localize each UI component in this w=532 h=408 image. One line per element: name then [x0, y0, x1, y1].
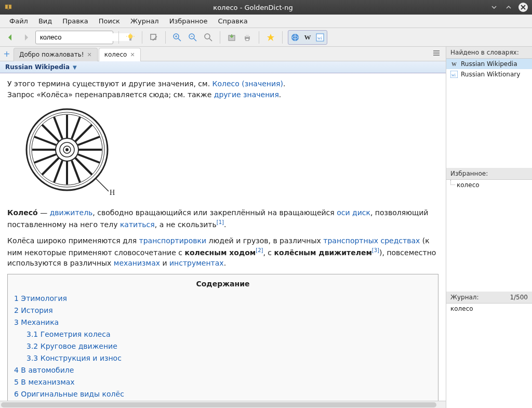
toc-item[interactable]: 2 История — [14, 305, 432, 317]
svg-rect-7 — [129, 38, 131, 41]
text: — — [38, 208, 50, 217]
link[interactable]: оси — [337, 208, 350, 217]
svg-point-35 — [65, 148, 69, 151]
text: , свободно вращающийся или закреплённый … — [92, 208, 337, 217]
svg-line-50 — [34, 154, 56, 163]
tab-menu-button[interactable] — [432, 49, 443, 59]
zoom-reset-button[interactable] — [202, 31, 215, 44]
search-input[interactable] — [38, 33, 129, 41]
print-button[interactable] — [241, 31, 254, 44]
svg-point-16 — [205, 34, 210, 39]
text: , с — [263, 248, 274, 256]
menu-file[interactable]: Файл — [4, 15, 33, 27]
svg-rect-26 — [433, 50, 440, 51]
toc-item[interactable]: 3.2 Круговое движение — [14, 340, 432, 352]
text: Колёса широко применяются для — [7, 236, 139, 245]
article-source-header[interactable]: Russian Wikipedia ▼ — [0, 61, 446, 73]
found-in-title: Найдено в словарях: — [446, 47, 532, 59]
menu-help[interactable]: Справка — [213, 15, 253, 27]
link[interactable]: катиться — [120, 220, 155, 229]
link[interactable]: движитель — [50, 208, 93, 217]
dict-group-selector: W wi — [288, 30, 327, 45]
history-item[interactable]: колесо — [446, 304, 532, 314]
svg-line-51 — [78, 137, 100, 145]
dict-item[interactable]: WRussian Wikipedia — [446, 59, 532, 69]
svg-line-40 — [42, 125, 59, 141]
text: колесным ходом — [184, 248, 256, 256]
svg-rect-21 — [246, 38, 249, 41]
headword: Колесо́ — [7, 208, 38, 217]
toc-title: Содержание — [14, 279, 432, 289]
history-title: Журнал: — [450, 294, 479, 301]
text: и — [160, 259, 169, 267]
favorite-item[interactable]: колесо — [446, 180, 532, 190]
svg-line-46 — [72, 117, 80, 139]
ref-link[interactable]: [1] — [217, 219, 224, 225]
link[interactable]: механизмах — [114, 259, 160, 267]
toc-item[interactable]: 3.1 Геометрия колеса — [14, 328, 432, 340]
new-tab-button[interactable]: + — [2, 49, 11, 59]
add-favorite-button[interactable] — [264, 31, 277, 44]
forward-button[interactable] — [20, 31, 32, 44]
dict-icon: wi — [450, 71, 458, 78]
tab-label: Добро пожаловать! — [19, 51, 84, 58]
toc-item[interactable]: 6 Оригинальные виды колёс — [14, 388, 432, 400]
close-icon[interactable]: ✕ — [130, 51, 135, 58]
link[interactable]: диск — [352, 208, 370, 217]
maximize-button[interactable] — [504, 3, 513, 12]
back-button[interactable] — [4, 31, 17, 44]
link[interactable]: другие значения — [214, 90, 279, 99]
menu-history[interactable]: Журнал — [125, 15, 164, 27]
toc-item[interactable]: 3.3 Конструкция и износ — [14, 352, 432, 364]
tab-label: колесо — [104, 51, 127, 58]
separator — [118, 31, 119, 44]
zoom-out-button[interactable] — [187, 31, 199, 44]
dict-item[interactable]: wiRussian Wiktionary — [446, 69, 532, 80]
menu-search[interactable]: Поиск — [94, 15, 125, 27]
tab-welcome[interactable]: Добро пожаловать! ✕ — [14, 48, 98, 61]
ref-link[interactable]: [2] — [256, 247, 263, 253]
minimize-button[interactable] — [489, 3, 499, 12]
link[interactable]: транспортных средствах — [323, 236, 420, 245]
dict-wikipedia-icon[interactable]: W — [302, 32, 313, 43]
text: . — [283, 80, 285, 88]
history-count: 1/500 — [510, 294, 528, 301]
menu-favorites[interactable]: Избранное — [164, 15, 213, 27]
close-icon[interactable]: ✕ — [87, 51, 92, 58]
horizontal-scrollbar[interactable] — [0, 401, 446, 408]
tab-bar: + Добро пожаловать! ✕ колесо ✕ — [0, 47, 446, 61]
zoom-in-button[interactable] — [171, 31, 183, 44]
close-button[interactable] — [518, 3, 528, 12]
search-box[interactable]: ▾ — [35, 31, 113, 44]
svg-line-45 — [72, 161, 80, 182]
svg-line-17 — [209, 38, 212, 41]
link[interactable]: транспортировки — [139, 236, 207, 245]
link[interactable]: Колесо (значения) — [212, 80, 283, 88]
toc-item[interactable]: 4 В автомобиле — [14, 364, 432, 376]
article-content: У этого термина существуют и другие знач… — [0, 73, 446, 401]
separator — [220, 31, 220, 44]
separator — [282, 31, 283, 44]
toc-item[interactable]: 1 Этимология — [14, 293, 432, 305]
menu-edit[interactable]: Правка — [57, 15, 93, 27]
toc-item[interactable]: 3 Механика — [14, 317, 432, 328]
svg-text:wi: wi — [451, 73, 456, 77]
dict-group-all-icon[interactable] — [289, 32, 301, 43]
titlebar: колесо - GoldenDict-ng — [0, 0, 532, 15]
save-article-button[interactable] — [225, 31, 238, 44]
app-icon — [4, 3, 12, 11]
scan-popup-button[interactable] — [148, 31, 160, 44]
dict-label: Russian Wikipedia — [461, 60, 517, 68]
dict-wiktionary-icon[interactable]: wi — [314, 32, 326, 43]
toc-item[interactable]: 5 В механизмах — [14, 376, 432, 388]
tab-current[interactable]: колесо ✕ — [99, 48, 141, 61]
highlight-button[interactable] — [124, 31, 137, 44]
separator — [165, 31, 166, 44]
menu-view[interactable]: Вид — [33, 15, 57, 27]
link[interactable]: инструментах — [169, 259, 224, 267]
text: . — [279, 90, 281, 99]
favorites-list: колесо — [446, 180, 532, 292]
svg-line-10 — [178, 38, 181, 41]
text: колёсным движителем — [274, 248, 372, 256]
ref-link[interactable]: [3] — [372, 247, 379, 253]
